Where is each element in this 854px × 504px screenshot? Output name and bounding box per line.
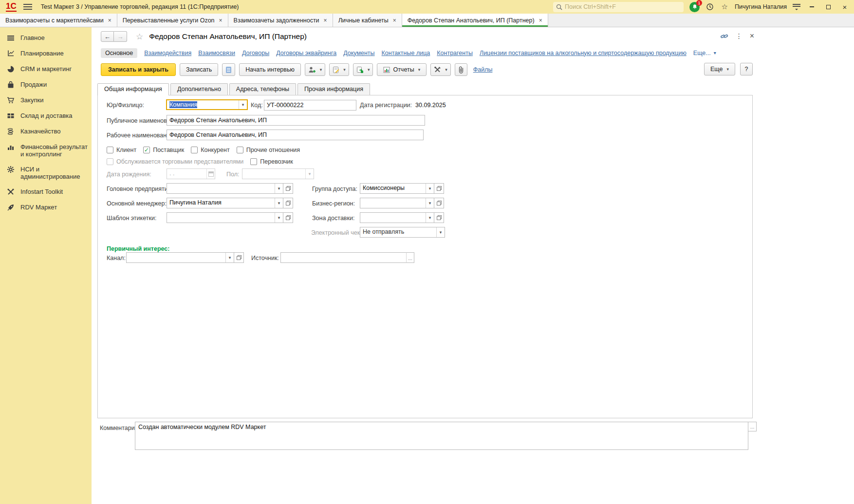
chevron-down-icon[interactable]: ▾ — [275, 213, 283, 223]
open-item-button[interactable] — [283, 212, 293, 223]
nav-link-interactions[interactable]: Взаимодействия — [144, 50, 191, 56]
save-button[interactable]: Записать — [180, 63, 218, 76]
close-tab-icon[interactable]: × — [324, 17, 327, 24]
tab-additional[interactable]: Дополнительно — [170, 83, 228, 95]
open-item-button[interactable] — [434, 183, 444, 194]
card-view-button[interactable] — [222, 63, 235, 76]
checkbox-carrier[interactable]: Перевозчик — [250, 158, 293, 165]
reports-dropdown-button[interactable]: Отчеты ▾ — [377, 63, 427, 76]
sidebar-item-sales[interactable]: Продажи — [0, 77, 92, 93]
chevron-down-icon[interactable]: ▾ — [239, 100, 247, 109]
tab-debt-offsets[interactable]: Взаимозачеты задолженности× — [228, 14, 333, 27]
chevron-down-icon[interactable]: ▾ — [275, 198, 283, 208]
nav-link-counterparties[interactable]: Контрагенты — [437, 50, 473, 56]
comment-expand-button[interactable]: ... — [748, 422, 757, 431]
main-menu-icon[interactable] — [23, 4, 32, 10]
tab-personal-accounts[interactable]: Личные кабинеты× — [333, 14, 402, 27]
tab-general-info[interactable]: Общая информация — [97, 83, 169, 95]
chevron-down-icon[interactable]: ▾ — [225, 253, 234, 262]
source-choose-button[interactable]: ... — [406, 252, 414, 263]
checkbox-competitor[interactable]: Конкурент — [191, 147, 229, 153]
global-search[interactable] — [553, 2, 684, 12]
nav-link-main[interactable]: Основное — [101, 48, 137, 58]
sidebar-item-planning[interactable]: Планирование — [0, 46, 92, 61]
access-group-select[interactable]: Комиссионеры ▾ — [360, 183, 434, 194]
tab-mutual-settlements[interactable]: Взаиморасчеты с маркетплейсами× — [0, 14, 117, 27]
save-and-close-button[interactable]: Записать и закрыть — [101, 63, 176, 76]
work-name-input[interactable] — [167, 130, 424, 140]
nav-link-documents[interactable]: Документы — [343, 50, 374, 56]
open-item-button[interactable] — [283, 183, 293, 194]
close-tab-icon[interactable]: × — [108, 17, 111, 24]
checkbox-other-relations[interactable]: Прочие отношения — [237, 147, 300, 153]
sidebar-item-purchases[interactable]: Закупки — [0, 93, 92, 108]
source-input[interactable] — [280, 252, 406, 263]
nav-link-contracts[interactable]: Договоры — [242, 50, 269, 56]
chevron-down-icon[interactable]: ▾ — [426, 198, 434, 208]
get-link-icon[interactable] — [720, 32, 728, 40]
favorites-star-icon[interactable]: ☆ — [720, 2, 729, 11]
head-company-select[interactable]: ▾ — [167, 183, 283, 194]
chevron-down-icon[interactable]: ▾ — [275, 184, 283, 193]
service-tools-dropdown-button[interactable]: ▾ — [430, 63, 451, 76]
tab-ozon-services[interactable]: Перевыставленные услуги Ozon× — [117, 14, 228, 27]
nav-link-contacts[interactable]: Контактные лица — [382, 50, 430, 56]
checkbox-supplier[interactable]: ✓Поставщик — [143, 147, 184, 153]
tab-partner-fedorov[interactable]: Федоров Степан Анатольевич, ИП (Партнер)… — [402, 14, 548, 27]
nav-link-relations[interactable]: Взаимосвязи — [198, 50, 235, 56]
maximize-button[interactable] — [823, 2, 834, 12]
chevron-down-icon[interactable]: ▾ — [426, 184, 434, 193]
delivery-zone-select[interactable]: ▾ — [360, 212, 434, 223]
close-tab-icon[interactable]: × — [393, 17, 396, 24]
search-input[interactable] — [565, 3, 677, 10]
close-form-icon[interactable]: × — [750, 32, 754, 40]
public-name-input[interactable] — [167, 115, 425, 126]
chevron-down-icon[interactable]: ▾ — [426, 213, 434, 223]
sidebar-item-warehouse[interactable]: Склад и доставка — [0, 108, 92, 124]
history-icon[interactable] — [705, 2, 714, 11]
current-user[interactable]: Пичугина Наталия — [735, 3, 787, 10]
open-item-button[interactable] — [283, 198, 293, 208]
main-manager-select[interactable]: Пичугина Наталия ▾ — [167, 198, 283, 208]
add-favorite-star-icon[interactable]: ☆ — [136, 32, 143, 42]
minimize-button[interactable] — [806, 2, 817, 12]
help-button[interactable]: ? — [740, 63, 753, 75]
tab-addresses[interactable]: Адреса, телефоны — [229, 83, 296, 95]
open-item-button[interactable] — [434, 212, 444, 223]
exchange-dropdown-button[interactable]: ▾ — [353, 63, 373, 76]
files-link[interactable]: Файлы — [473, 66, 493, 73]
start-interview-button[interactable]: Начать интервью — [239, 63, 301, 76]
sidebar-item-crm[interactable]: CRM и маркетинг — [0, 61, 92, 77]
business-region-select[interactable]: ▾ — [360, 198, 434, 208]
collapse-panel-icon[interactable] — [793, 4, 800, 10]
create-document-dropdown-button[interactable]: ▾ — [329, 63, 349, 76]
sidebar-item-infostart[interactable]: Infostart Toolkit — [0, 184, 92, 200]
nav-more-button[interactable]: Еще...▾ — [693, 50, 716, 56]
sidebar-item-rdv[interactable]: RDV Маркет — [0, 200, 92, 215]
legal-type-select[interactable]: Компания ▾ — [166, 99, 248, 110]
forward-button[interactable]: → — [114, 31, 127, 42]
open-item-button[interactable] — [434, 198, 444, 208]
nav-link-licenses[interactable]: Лицензии поставщиков на алкогольную и сп… — [480, 50, 687, 56]
more-button[interactable]: Еще▾ — [704, 63, 735, 75]
channel-select[interactable]: ▾ — [126, 252, 234, 263]
close-window-button[interactable]: × — [839, 2, 850, 12]
close-tab-icon[interactable]: × — [219, 17, 223, 24]
nav-link-acquiring[interactable]: Договоры эквайринга — [276, 50, 336, 56]
back-button[interactable]: ← — [101, 31, 114, 42]
notifications-bell-icon[interactable]: 1 — [689, 2, 700, 12]
code-input[interactable] — [264, 100, 356, 111]
e-receipt-select[interactable]: Не отправлять ▾ — [360, 227, 445, 238]
tab-other-info[interactable]: Прочая информация — [297, 83, 370, 95]
sidebar-item-treasury[interactable]: Казначейство — [0, 124, 92, 139]
checkbox-client[interactable]: Клиент — [107, 147, 136, 153]
open-item-button[interactable] — [234, 252, 244, 263]
close-tab-icon[interactable]: × — [539, 17, 542, 24]
add-contact-dropdown-button[interactable]: ▾ — [305, 63, 326, 76]
comment-textarea[interactable]: Создан автоматически модулем RDV Маркет — [135, 422, 748, 450]
sidebar-item-main[interactable]: Главное — [0, 30, 92, 46]
sidebar-item-finance[interactable]: Финансовый результат и контроллинг — [0, 139, 92, 162]
chevron-down-icon[interactable]: ▾ — [436, 227, 445, 237]
attachments-button[interactable] — [455, 63, 467, 76]
label-template-select[interactable]: ▾ — [167, 212, 283, 223]
